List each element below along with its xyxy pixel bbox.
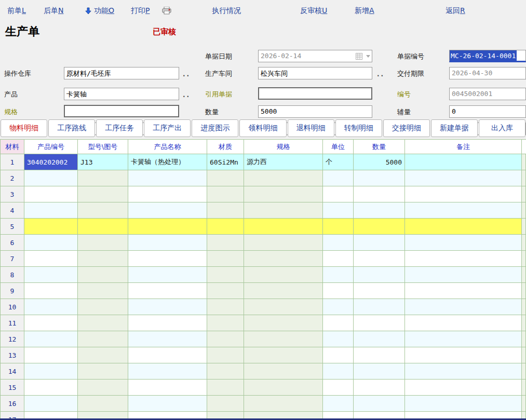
deadline-field[interactable]: 2026-04-30	[449, 67, 526, 79]
grid-cell-qty[interactable]	[354, 347, 405, 363]
grid-cell-unit[interactable]	[323, 202, 354, 219]
down-arrow-icon[interactable]	[85, 7, 91, 17]
grid-cell-product-name[interactable]	[128, 331, 207, 347]
grid-cell-material[interactable]	[207, 363, 244, 380]
grid-cell-spec[interactable]	[244, 202, 323, 219]
tab-3[interactable]: 工序任务	[96, 119, 143, 137]
grid-cell-row-number[interactable]: 10	[1, 299, 24, 315]
grid-cell-model[interactable]	[78, 299, 128, 315]
op-warehouse-lookup-button[interactable]: ..	[183, 71, 191, 78]
grid-cell-row-number[interactable]: 14	[1, 363, 24, 380]
grid-cell-model[interactable]	[78, 283, 128, 299]
grid-cell-product-code[interactable]	[24, 170, 78, 186]
grid-cell-unit[interactable]	[323, 283, 354, 299]
grid-cell-product-code[interactable]: 3040202002	[24, 154, 78, 170]
product-lookup-button[interactable]: ..	[183, 91, 191, 99]
op-warehouse-field[interactable]: 原材料/毛坯库	[64, 67, 179, 79]
grid-cell-model[interactable]	[78, 380, 128, 396]
grid-cell-remark[interactable]	[405, 396, 522, 412]
grid-cell-qty[interactable]	[354, 186, 405, 202]
grid-cell-product-name[interactable]	[128, 299, 207, 315]
grid-cell-unit[interactable]: 个	[323, 154, 354, 170]
grid-cell-remark[interactable]	[405, 347, 522, 363]
grid-cell-spec[interactable]	[244, 235, 323, 251]
grid-cell-product-code[interactable]	[24, 315, 78, 331]
grid-cell-unit[interactable]	[323, 219, 354, 235]
grid-cell-material[interactable]	[207, 347, 244, 363]
grid-cell-remark[interactable]	[405, 202, 522, 219]
grid-cell-product-name[interactable]	[128, 251, 207, 267]
grid-cell-qty[interactable]: 5000	[354, 154, 405, 170]
grid-cell-model[interactable]	[78, 315, 128, 331]
grid-cell-model[interactable]	[78, 235, 128, 251]
grid-cell-model[interactable]	[78, 267, 128, 283]
grid-cell-qty[interactable]	[354, 363, 405, 380]
grid-cell-product-code[interactable]	[24, 331, 78, 347]
grid-cell-row-number[interactable]: 4	[1, 202, 24, 219]
grid-cell-model[interactable]	[78, 186, 128, 202]
grid-cell-model[interactable]	[78, 251, 128, 267]
grid-cell-remark[interactable]	[405, 170, 522, 186]
grid-cell-remark[interactable]	[405, 283, 522, 299]
grid-cell-product-code[interactable]	[24, 202, 78, 219]
grid-cell-product-name[interactable]	[128, 186, 207, 202]
grid-cell-remark[interactable]	[405, 219, 522, 235]
grid-cell-qty[interactable]	[354, 299, 405, 315]
grid-cell-qty[interactable]	[354, 380, 405, 396]
grid-cell-spec[interactable]	[244, 315, 323, 331]
grid-cell-product-code[interactable]	[24, 363, 78, 380]
grid-cell-material[interactable]	[207, 235, 244, 251]
grid-cell-material[interactable]	[207, 219, 244, 235]
grid-cell-spec[interactable]	[244, 283, 323, 299]
grid-cell-product-name[interactable]	[128, 363, 207, 380]
grid-cell-spec[interactable]	[244, 347, 323, 363]
grid-cell-product-code[interactable]	[24, 235, 78, 251]
grid-cell-material[interactable]	[207, 396, 244, 412]
grid-cell-qty[interactable]	[354, 315, 405, 331]
grid-cell-material[interactable]	[207, 186, 244, 202]
function-menu-button[interactable]: 功能O	[94, 6, 114, 16]
grid-cell-unit[interactable]	[323, 235, 354, 251]
tab-5[interactable]: 进度图示	[192, 119, 238, 137]
grid-cell-product-code[interactable]	[24, 380, 78, 396]
grid-cell-spec[interactable]	[244, 219, 323, 235]
grid-cell-product-code[interactable]	[24, 299, 78, 315]
return-button[interactable]: 返回R	[446, 6, 465, 16]
grid-cell-qty[interactable]	[354, 170, 405, 186]
grid-cell-qty[interactable]	[354, 235, 405, 251]
tab-1[interactable]: 物料明细	[1, 119, 47, 137]
grid-cell-product-name[interactable]	[128, 267, 207, 283]
grid-cell-row-number[interactable]: 1	[1, 154, 24, 170]
product-field[interactable]: 卡簧轴	[64, 88, 179, 100]
grid-cell-material[interactable]	[207, 331, 244, 347]
grid-cell-remark[interactable]	[405, 154, 522, 170]
grid-cell-remark[interactable]	[405, 299, 522, 315]
grid-cell-model[interactable]	[78, 170, 128, 186]
grid-cell-spec[interactable]	[244, 299, 323, 315]
grid-cell-spec[interactable]	[244, 186, 323, 202]
tab-6[interactable]: 领料明细	[239, 119, 286, 137]
quantity-field[interactable]: 5000	[258, 105, 372, 118]
grid-cell-unit[interactable]	[323, 251, 354, 267]
doc-no-field[interactable]: MC-26-02-14-0001	[449, 50, 526, 62]
grid-cell-product-name[interactable]	[128, 347, 207, 363]
grid-cell-model[interactable]	[78, 202, 128, 219]
grid-cell-product-name[interactable]	[128, 283, 207, 299]
grid-cell-remark[interactable]	[405, 363, 522, 380]
aux-qty-field[interactable]: 0	[449, 105, 526, 118]
ref-doc-field[interactable]	[258, 87, 372, 100]
grid-cell-material[interactable]	[207, 267, 244, 283]
grid-cell-qty[interactable]	[354, 219, 405, 235]
grid-cell-material[interactable]	[207, 315, 244, 331]
grid-cell-row-number[interactable]: 3	[1, 186, 24, 202]
grid-cell-spec[interactable]	[244, 331, 323, 347]
grid-cell-product-name[interactable]	[128, 396, 207, 412]
grid-cell-model[interactable]	[78, 396, 128, 412]
doc-date-field[interactable]: 2026-02-14	[258, 50, 372, 62]
printer-icon[interactable]	[162, 7, 171, 17]
grid-cell-product-name[interactable]	[128, 202, 207, 219]
grid-cell-spec[interactable]	[244, 380, 323, 396]
grid-cell-product-code[interactable]	[24, 186, 78, 202]
grid-cell-model[interactable]	[78, 363, 128, 380]
date-dropdown-icon[interactable]	[366, 55, 370, 58]
